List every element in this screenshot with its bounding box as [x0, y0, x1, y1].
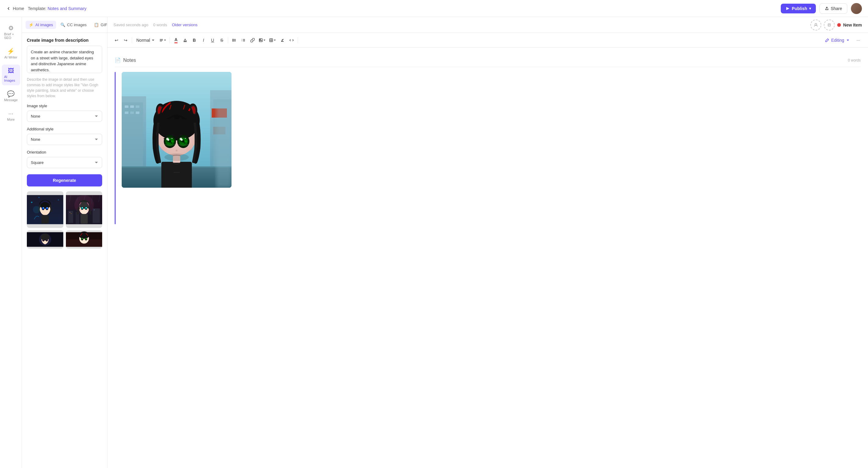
tab-gifs-icon: 📋 — [94, 23, 99, 27]
image-style-label: Image style — [27, 104, 102, 108]
sidebar-nav: ⚙ Brief + SEO ⚡ AI Writer 🖼 AI Images 💬 … — [0, 17, 22, 468]
svg-point-124 — [160, 146, 167, 151]
prompt-placeholder: Describe the image in detail and then us… — [27, 77, 102, 99]
strikethrough-button[interactable]: S — [217, 35, 226, 45]
collaborator-icon-2[interactable] — [824, 20, 835, 30]
thumbnail-4[interactable] — [66, 230, 102, 248]
code-button[interactable] — [287, 35, 296, 45]
editing-mode-dropdown[interactable]: Editing — [822, 37, 853, 44]
text-color-button[interactable]: A — [172, 35, 180, 45]
thumbnail-1[interactable] — [27, 191, 63, 228]
align-dropdown[interactable] — [158, 35, 168, 45]
anime-image[interactable] — [122, 72, 231, 188]
older-versions-link[interactable]: Older versions — [172, 23, 198, 27]
editor-meta: Saved seconds ago 0 words Older versions — [114, 23, 198, 27]
editor-main-content — [122, 72, 861, 224]
editor-actions: New Item — [810, 20, 862, 30]
sidebar-item-message[interactable]: 💬 Message — [2, 88, 20, 105]
sidebar-item-brief-seo[interactable]: ⚙ Brief + SEO — [2, 22, 20, 43]
svg-rect-60 — [828, 24, 831, 26]
top-header: Home Template: Notes and Summary Publish… — [0, 0, 868, 17]
svg-point-30 — [82, 207, 83, 208]
tab-cc-images[interactable]: 🔍 CC images — [57, 21, 90, 29]
svg-point-56 — [85, 238, 87, 240]
svg-point-4 — [38, 197, 39, 198]
sidebar-item-more[interactable]: ··· More — [2, 107, 20, 124]
back-label: Home — [13, 6, 24, 11]
publish-button[interactable]: Publish ▾ — [781, 4, 816, 13]
additional-style-select[interactable]: None Dark Bright Vintage Futuristic — [27, 134, 102, 145]
image-button[interactable] — [257, 35, 267, 45]
doc-title: Notes — [123, 58, 136, 63]
svg-point-59 — [815, 24, 817, 25]
svg-point-112 — [166, 138, 169, 140]
additional-style-group: Additional style None Dark Bright Vintag… — [27, 127, 102, 145]
svg-point-65 — [233, 39, 233, 40]
table-button[interactable] — [268, 35, 278, 45]
toolbar-divider-3 — [228, 37, 228, 43]
publish-chevron-icon: ▾ — [809, 6, 811, 11]
svg-point-114 — [169, 140, 171, 143]
bullet-list-button[interactable] — [230, 35, 239, 45]
more-options-button[interactable]: ··· — [854, 35, 863, 45]
svg-point-122 — [182, 140, 185, 143]
avatar[interactable] — [851, 3, 862, 14]
svg-point-32 — [79, 209, 82, 211]
back-button[interactable]: Home — [6, 6, 24, 11]
svg-point-31 — [86, 207, 87, 208]
template-name: Notes and Summary — [48, 6, 87, 11]
image-style-group: Image style None Realistic Anime Cartoon… — [27, 104, 102, 122]
sidebar-item-ai-writer[interactable]: ⚡ AI Writer — [2, 45, 20, 62]
thumbnail-2[interactable] — [66, 191, 102, 228]
collaborator-icon-1[interactable] — [810, 20, 822, 30]
redo-button[interactable]: ↪ — [121, 35, 130, 45]
svg-rect-18 — [92, 208, 100, 223]
thumbnails-grid — [27, 191, 102, 248]
sidebar-item-label: AI Images — [4, 75, 18, 82]
svg-rect-89 — [125, 111, 128, 114]
svg-rect-102 — [161, 162, 192, 188]
toolbar-divider-4 — [298, 37, 298, 43]
svg-rect-90 — [130, 111, 134, 114]
clear-format-button[interactable] — [278, 35, 287, 45]
additional-style-label: Additional style — [27, 127, 102, 131]
svg-rect-13 — [41, 215, 49, 224]
underline-button[interactable]: U — [208, 35, 217, 45]
orientation-group: Orientation Square Landscape Portrait — [27, 150, 102, 168]
text-style-dropdown[interactable]: Normal — [134, 37, 157, 44]
svg-point-111 — [171, 142, 172, 143]
svg-point-14 — [33, 206, 40, 213]
tab-ai-images[interactable]: ⚡ AI images — [26, 21, 56, 29]
svg-rect-86 — [125, 105, 128, 108]
svg-rect-22 — [94, 210, 94, 210]
share-button[interactable]: Share — [819, 3, 847, 14]
prompt-textarea[interactable]: Create an anime character standing on a … — [27, 46, 102, 73]
sidebar-item-label: Brief + SEO — [4, 32, 18, 40]
italic-button[interactable]: I — [199, 35, 208, 45]
svg-rect-20 — [69, 212, 70, 213]
image-style-select[interactable]: None Realistic Anime Cartoon Oil Paintin… — [27, 110, 102, 122]
tab-cc-images-icon: 🔍 — [60, 23, 65, 27]
link-button[interactable] — [248, 35, 257, 45]
svg-point-67 — [233, 41, 233, 41]
orientation-select[interactable]: Square Landscape Portrait — [27, 157, 102, 168]
svg-point-57 — [82, 238, 83, 239]
new-item-button[interactable]: New Item — [837, 23, 862, 27]
thumbnail-3[interactable] — [27, 230, 63, 248]
undo-button[interactable]: ↩ — [112, 35, 121, 45]
svg-point-126 — [164, 154, 189, 161]
svg-point-3 — [58, 200, 59, 200]
svg-point-52 — [79, 232, 89, 239]
sidebar-item-ai-images[interactable]: 🖼 AI Images — [2, 65, 20, 85]
highlight-button[interactable] — [181, 35, 189, 45]
bold-button[interactable]: B — [190, 35, 198, 45]
regenerate-button[interactable]: Regenerate — [27, 174, 102, 187]
doc-title-row: 📄 Notes — [115, 57, 136, 63]
svg-rect-17 — [68, 211, 73, 223]
create-section-title: Create image from description — [27, 38, 102, 43]
numbered-list-button[interactable]: 1. 2. 3. — [239, 35, 248, 45]
svg-rect-91 — [136, 111, 140, 114]
tab-gifs[interactable]: 📋 GIFs — [91, 21, 107, 29]
svg-point-120 — [180, 138, 182, 140]
svg-rect-88 — [136, 105, 140, 108]
